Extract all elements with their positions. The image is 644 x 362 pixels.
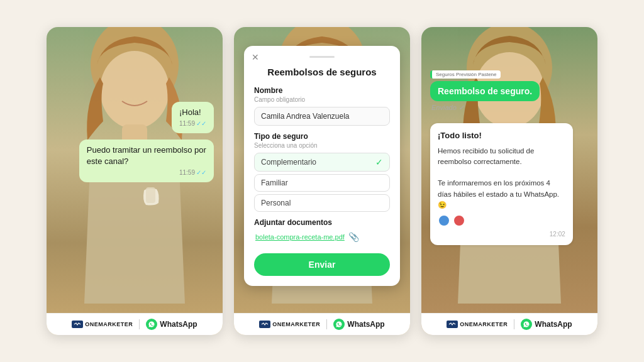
attach-filename[interactable]: boleta-compra-receta-me.pdf [255,233,345,241]
reply-body: Hemos recibido tu solicitud de reembolso… [438,146,565,211]
footer-divider-2 [326,319,327,329]
wa-icon-3 [521,319,532,330]
wa-icon-2 [333,319,345,330]
wa-icon-1 [146,319,157,330]
whatsapp-logo-3: WhatsApp [521,319,572,330]
bubble-hola-text: ¡Hola! [179,107,201,117]
form-nombre-sublabel: Campo obligatorio [254,96,390,103]
bubble-reply: ¡Todo listo! Hemos recibido tu solicitud… [430,123,573,245]
panel-2-footer: ONEMARKETER WhatsApp [234,313,410,335]
form-tipo-sublabel: Selecciona una opción [254,142,390,149]
footer-divider-1 [139,319,140,329]
onemarketer-logo-2: ONEMARKETER [259,321,320,328]
whatsapp-text-2: WhatsApp [347,320,384,329]
reply-title: ¡Todo listo! [438,129,565,142]
panel-1-footer: ONEMARKETER WhatsApp [47,313,223,335]
form-handle [309,56,335,58]
reply-time: 12:02 [438,229,565,239]
option-check-icon: ✓ [375,157,383,167]
form-nombre-input[interactable]: Camila Andrea Valenzuela [254,107,390,126]
option-familiar[interactable]: Familiar [254,174,390,192]
form-tipo-section: Tipo de seguro Selecciona una opción Com… [254,132,390,212]
om-icon-2 [259,321,270,328]
whatsapp-text-1: WhatsApp [160,320,197,329]
form-nombre-label: Nombre [254,86,390,95]
chat-area-3: Seguros Previsión Pastene Reembolso de s… [421,27,597,313]
onemarketer-logo-1: ONEMARKETER [72,321,133,328]
footer-divider-3 [514,319,514,329]
attach-row: boleta-compra-receta-me.pdf 📎 [254,228,390,246]
option-personal[interactable]: Personal [254,194,390,212]
panel-3-content: Seguros Previsión Pastene Reembolso de s… [421,27,597,335]
submit-button[interactable]: Enviar [254,253,390,276]
panel-1: ¡Hola! 11:59 ✓✓ Puedo tramitar un reembo… [47,27,223,335]
sent-status: Enviado ✓ [430,104,464,112]
panel-2: ✕ Reembolsos de seguros Nombre Campo obl… [234,27,410,335]
whatsapp-logo-1: WhatsApp [146,319,197,330]
form-overlay: ✕ Reembolsos de seguros Nombre Campo obl… [244,46,400,286]
sent-wrapper: Seguros Previsión Pastene Reembolso de s… [430,70,589,112]
option-complementario[interactable]: Complementario ✓ [254,153,390,172]
form-adjuntar-section: Adjuntar documentos boleta-compra-receta… [254,218,390,246]
onemarketer-text-1: ONEMARKETER [85,321,133,327]
bubble-hola-time: 11:59 ✓✓ [179,119,206,128]
chat-area-1: ¡Hola! 11:59 ✓✓ Puedo tramitar un reembo… [47,27,223,313]
form-title: Reembolsos de seguros [254,65,390,77]
agent-avatar-2 [453,214,465,227]
om-icon-3 [447,321,458,328]
form-adjuntar-label: Adjuntar documentos [254,218,390,227]
option-personal-text: Personal [261,199,291,207]
check-icon-1: ✓✓ [196,119,206,128]
form-close-icon[interactable]: ✕ [252,52,259,62]
chat-bubble-hola: ¡Hola! 11:59 ✓✓ [172,102,214,133]
agent-avatar-1 [438,214,450,227]
onemarketer-text-2: ONEMARKETER [272,321,320,327]
option-familiar-text: Familiar [261,178,288,187]
onemarketer-logo-3: ONEMARKETER [447,321,508,328]
panel-3-footer: ONEMARKETER WhatsApp [421,313,597,335]
form-tipo-label: Tipo de seguro [254,132,390,141]
bubble-tramitar-time: 11:59 ✓✓ [87,168,206,177]
bubble-reembolso: Reembolso de seguro. [430,81,540,101]
whatsapp-logo-2: WhatsApp [333,319,384,330]
whatsapp-text-3: WhatsApp [535,320,572,329]
option-complementario-text: Complementario [261,158,316,167]
attach-icon: 📎 [348,232,359,242]
panel-1-content: ¡Hola! 11:59 ✓✓ Puedo tramitar un reembo… [47,27,223,335]
form-nombre-section: Nombre Campo obligatorio Camila Andrea V… [254,86,390,126]
onemarketer-text-3: ONEMARKETER [460,321,508,327]
panel-3: Seguros Previsión Pastene Reembolso de s… [421,27,597,335]
chat-bubble-tramitar: Puedo tramitar un reembolso por este can… [79,140,214,182]
panels-container: ¡Hola! 11:59 ✓✓ Puedo tramitar un reembo… [28,14,616,348]
check-icon-2: ✓✓ [196,168,206,177]
agent-avatars [438,214,565,227]
om-icon-1 [72,321,83,328]
sender-label: Seguros Previsión Pastene [430,70,501,79]
panel-2-content: ✕ Reembolsos de seguros Nombre Campo obl… [234,27,410,335]
bubble-tramitar-text: Puedo tramitar un reembolso por este can… [87,145,206,166]
